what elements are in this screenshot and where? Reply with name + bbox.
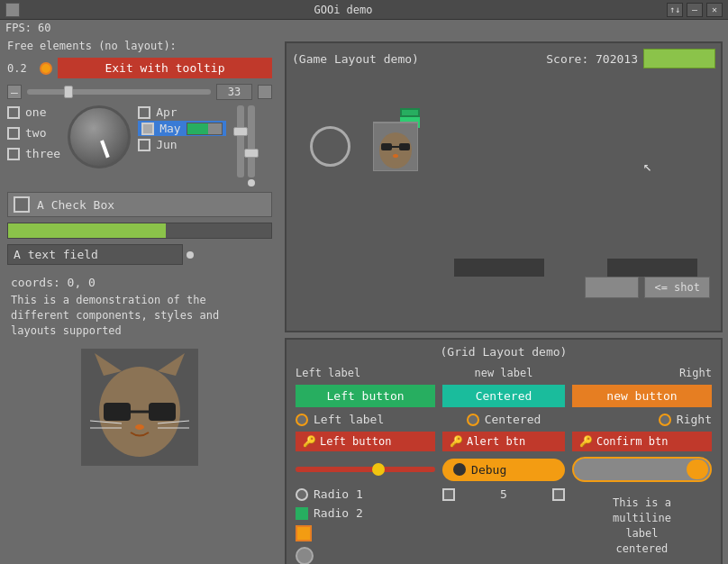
exit-button[interactable]: Exit with tooltip bbox=[58, 58, 272, 78]
small-circle-button[interactable] bbox=[296, 547, 314, 564]
radio-left-label: Left label bbox=[314, 413, 384, 426]
checkbox-two-row: two bbox=[7, 126, 60, 140]
checkbox-two[interactable] bbox=[7, 127, 20, 140]
left-button-red-label: Left button bbox=[320, 435, 391, 448]
radio-right-row: Right bbox=[572, 413, 712, 426]
vslider-1 bbox=[237, 105, 244, 186]
small-square[interactable] bbox=[296, 525, 312, 541]
score-area: Score: 702013 bbox=[546, 49, 715, 68]
svg-rect-14 bbox=[381, 143, 392, 150]
debug-button[interactable]: Debug bbox=[442, 459, 565, 481]
checkbox-area: one two three bbox=[7, 105, 60, 186]
yellow-slider-track[interactable] bbox=[296, 467, 435, 472]
radio2-row: Radio 2 bbox=[296, 506, 435, 520]
grid-r2-right: Right bbox=[569, 410, 715, 429]
grid-r3-center: 🔑 Alert btn bbox=[439, 429, 569, 454]
game-bottom-controls: <= shot bbox=[585, 277, 710, 298]
vslider-dot bbox=[248, 179, 255, 186]
game-header: (Game Layout demo) Score: 702013 bbox=[292, 49, 715, 68]
svg-rect-15 bbox=[399, 143, 410, 150]
game-title: (Game Layout demo) bbox=[292, 52, 419, 66]
alert-button-red[interactable]: 🔑 Alert btn bbox=[442, 432, 565, 451]
knob-marker bbox=[100, 140, 110, 158]
confirm-button-label: Confirm btn bbox=[596, 435, 668, 448]
progress-fill bbox=[8, 223, 166, 238]
month-jun-label: Jun bbox=[156, 138, 177, 151]
cat-game-box bbox=[373, 122, 418, 171]
yellow-slider-handle[interactable] bbox=[372, 463, 385, 476]
month-apr-cb[interactable] bbox=[138, 106, 150, 119]
vsliders bbox=[237, 105, 255, 186]
grid-title: (Grid Layout demo) bbox=[292, 345, 715, 359]
grid-r3-left: 🔑 Left button bbox=[292, 429, 439, 454]
toggle-button[interactable] bbox=[572, 457, 712, 482]
coords-section: coords: 0, 0 This is a demonstration of … bbox=[7, 272, 272, 341]
score-text: Score: 702013 bbox=[546, 52, 638, 66]
grid-r2-center: Centered bbox=[439, 410, 569, 429]
left-button-red[interactable]: 🔑 Left button bbox=[296, 432, 435, 451]
hslider-track[interactable] bbox=[27, 89, 211, 95]
stepper-value: 5 bbox=[459, 487, 549, 501]
hslider-handle[interactable] bbox=[64, 86, 73, 98]
radio2-label: Radio 2 bbox=[314, 506, 363, 520]
grid-row-3: 🔑 Left button 🔑 Alert btn 🔑 Con bbox=[292, 429, 715, 454]
checkbox-three[interactable] bbox=[7, 148, 20, 160]
month-jun-cb[interactable] bbox=[138, 139, 150, 151]
month-apr-label: Apr bbox=[156, 105, 177, 119]
window-close-btn[interactable]: ✕ bbox=[706, 3, 723, 17]
vslider-2-handle[interactable] bbox=[244, 149, 259, 158]
fps-counter: FPS: 60 bbox=[0, 20, 728, 36]
window-updown-btn[interactable]: ↑↓ bbox=[667, 3, 683, 17]
text-field-dot bbox=[187, 251, 194, 259]
confirm-button-red[interactable]: 🔑 Confirm btn bbox=[572, 432, 712, 451]
radio-center-btn[interactable] bbox=[467, 414, 479, 426]
grid-r6-center bbox=[439, 504, 569, 523]
knob-area bbox=[68, 105, 131, 186]
coords-text: coords: 0, 0 bbox=[11, 276, 268, 289]
vslider-2-track[interactable] bbox=[248, 105, 255, 177]
stepper-left-cb[interactable] bbox=[442, 488, 455, 501]
radio-left-btn[interactable] bbox=[296, 414, 308, 426]
text-field[interactable] bbox=[7, 244, 183, 265]
new-button-orange[interactable]: new button bbox=[572, 385, 712, 407]
big-checkbox-label: A Check Box bbox=[37, 198, 114, 212]
grid-multiline-cell: This is amultilinelabelcentered bbox=[569, 485, 715, 564]
shot-button[interactable]: <= shot bbox=[644, 277, 710, 298]
grid-r6-left: Radio 2 bbox=[292, 504, 439, 523]
radio-right-label: Right bbox=[677, 413, 712, 426]
vslider-1-handle[interactable] bbox=[233, 127, 248, 136]
game-gray-btn[interactable] bbox=[585, 277, 639, 298]
grid-r4-center: Debug bbox=[439, 454, 569, 485]
window-minimize-btn[interactable]: — bbox=[687, 3, 703, 17]
stepper-right-cb[interactable] bbox=[552, 488, 565, 501]
radio2-btn[interactable] bbox=[296, 507, 308, 520]
checkbox-one[interactable] bbox=[7, 106, 20, 119]
alert-btn-icon: 🔑 bbox=[450, 435, 463, 448]
radio-right-btn[interactable] bbox=[659, 414, 671, 426]
cat-svg bbox=[81, 349, 198, 466]
month-may-row: May bbox=[138, 121, 225, 136]
radio-left-row: Left label bbox=[296, 413, 435, 426]
svg-rect-3 bbox=[149, 403, 176, 421]
month-may-cb[interactable] bbox=[141, 123, 154, 135]
grid-r8-left bbox=[292, 544, 439, 564]
grid-row-5: Radio 1 5 This is amultilinelabelcentere… bbox=[292, 485, 715, 504]
debug-circle bbox=[453, 463, 466, 476]
grid-box: (Grid Layout demo) Left label new label … bbox=[285, 338, 723, 564]
radio1-btn[interactable] bbox=[296, 488, 308, 501]
grid-table: Left label new label Right Left button C… bbox=[292, 364, 715, 564]
knob[interactable] bbox=[68, 105, 131, 168]
game-box: (Game Layout demo) Score: 702013 bbox=[285, 41, 723, 332]
slider2-value: 33 bbox=[216, 84, 252, 100]
progress-bar bbox=[7, 223, 272, 239]
centered-button-cyan[interactable]: Centered bbox=[442, 385, 565, 407]
slider-row-1: 0.2 Exit with tooltip bbox=[7, 58, 272, 78]
grid-col-right-header: Right bbox=[569, 364, 715, 382]
game-canvas: <= shot bbox=[292, 72, 715, 304]
multiline-label: This is amultilinelabelcentered bbox=[572, 496, 712, 556]
vslider-1-track[interactable] bbox=[237, 105, 244, 177]
big-checkbox[interactable] bbox=[14, 196, 30, 213]
left-button-green[interactable]: Left button bbox=[296, 385, 435, 407]
svg-rect-2 bbox=[104, 403, 131, 421]
stepper: 5 bbox=[442, 487, 565, 501]
